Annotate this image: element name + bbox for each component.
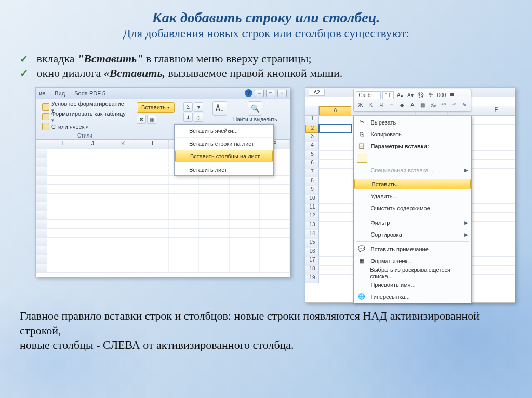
cell[interactable] [169,185,199,193]
row-header[interactable]: 12 [305,213,319,221]
cell[interactable] [169,264,199,272]
font-name-field[interactable]: Calibri [356,91,381,99]
column-header[interactable]: I [47,140,77,149]
tab-sodapdf[interactable]: Soda PDF 5 [74,90,105,97]
close-window-icon[interactable]: × [277,90,287,97]
row-header[interactable]: 13 [305,222,319,230]
cell[interactable] [47,246,77,255]
cell[interactable] [319,222,351,230]
cell[interactable] [199,264,229,272]
cell[interactable] [138,246,168,255]
cell[interactable] [230,238,260,246]
cell[interactable] [77,176,108,184]
row-header[interactable] [36,185,47,193]
row-header[interactable] [36,167,47,175]
cell[interactable] [138,238,168,246]
row-header[interactable] [36,255,47,264]
cell[interactable] [319,204,351,212]
toolbar-button[interactable]: ✎ [460,101,469,109]
cell[interactable] [260,264,290,272]
cell[interactable] [199,202,229,211]
row-header[interactable]: 16 [305,248,319,256]
row-header[interactable] [36,238,47,246]
cell[interactable] [319,195,351,203]
row-header[interactable]: 7 [305,169,319,177]
cell[interactable] [480,177,512,186]
insert-split-button[interactable]: Вставить ▾ [137,102,175,113]
cell[interactable] [138,158,168,167]
cell[interactable] [480,186,512,195]
cell[interactable] [47,255,77,264]
ctx-clear-contents[interactable]: Очистить содержимое [354,202,471,214]
cell[interactable] [199,238,229,246]
cell[interactable] [77,211,108,219]
cell[interactable] [77,220,108,228]
row-header[interactable] [36,264,47,272]
cell[interactable] [230,246,260,255]
ctx-pick-from-list[interactable]: Выбрать из раскрывающегося списка... [354,267,471,279]
restore-window-icon[interactable]: ▭ [266,90,275,97]
cell[interactable] [77,185,108,193]
cell[interactable] [319,230,351,239]
ctx-cut[interactable]: ✂Вырезать [354,116,471,128]
row-header[interactable]: 3 [305,133,319,142]
cell[interactable] [138,149,168,158]
ctx-insert[interactable]: Вставить... [354,179,471,189]
select-all-corner[interactable] [36,140,47,149]
ctx-paste-option-default[interactable] [354,152,471,164]
font-size-field[interactable]: 11 [382,91,394,99]
cell[interactable] [47,264,77,272]
cell[interactable] [108,220,138,228]
row-header[interactable]: 8 [305,177,319,186]
cell[interactable] [319,257,351,265]
toolbar-button[interactable]: ≣ [447,91,456,100]
cell[interactable] [480,213,512,221]
row-header[interactable]: 1 [305,116,319,124]
menu-insert-columns[interactable]: Вставить столбцы на лист [175,150,273,162]
cell[interactable] [108,238,138,246]
cell[interactable] [319,177,351,186]
fill-button[interactable]: ⬇ [183,113,193,122]
cell[interactable] [480,222,512,230]
row-header[interactable] [36,194,47,202]
cell[interactable] [77,149,108,158]
cell[interactable] [319,160,351,168]
cell[interactable] [108,158,138,167]
cell[interactable] [47,167,77,175]
ctx-delete[interactable]: Удалить... [354,190,471,202]
cell[interactable] [47,194,77,202]
cell[interactable] [260,246,290,255]
cell[interactable] [138,220,168,228]
cell[interactable] [319,239,351,248]
ctx-hyperlink[interactable]: 🌐Гиперссылка... [354,291,471,303]
toolbar-button[interactable]: ▦ [418,101,427,109]
toolbar-button[interactable]: ≡ [387,101,396,109]
cell[interactable] [47,202,77,211]
cell[interactable] [108,211,138,219]
cell[interactable] [108,185,138,193]
row-header[interactable]: 17 [305,257,319,265]
cell[interactable] [260,211,290,219]
cell[interactable] [319,213,351,221]
cell[interactable] [480,204,512,212]
cell[interactable] [230,229,260,237]
row-header[interactable]: 9 [305,186,319,195]
cell[interactable] [77,167,108,175]
row-header[interactable]: 15 [305,239,319,248]
cell[interactable] [47,185,77,193]
column-header[interactable]: L [138,140,168,149]
cell[interactable] [260,194,290,202]
cell[interactable] [138,167,168,175]
cell[interactable] [108,176,138,184]
cell[interactable] [77,194,108,202]
cell[interactable] [77,202,108,211]
cell[interactable] [480,230,512,239]
row-header[interactable] [36,158,47,167]
cell[interactable] [480,266,512,274]
cell[interactable] [138,185,168,193]
cell[interactable] [138,255,168,264]
ctx-filter[interactable]: Фильтр▶ [354,216,471,228]
cell[interactable] [230,255,260,264]
row-header[interactable]: 14 [305,230,319,239]
cell[interactable] [480,125,512,133]
